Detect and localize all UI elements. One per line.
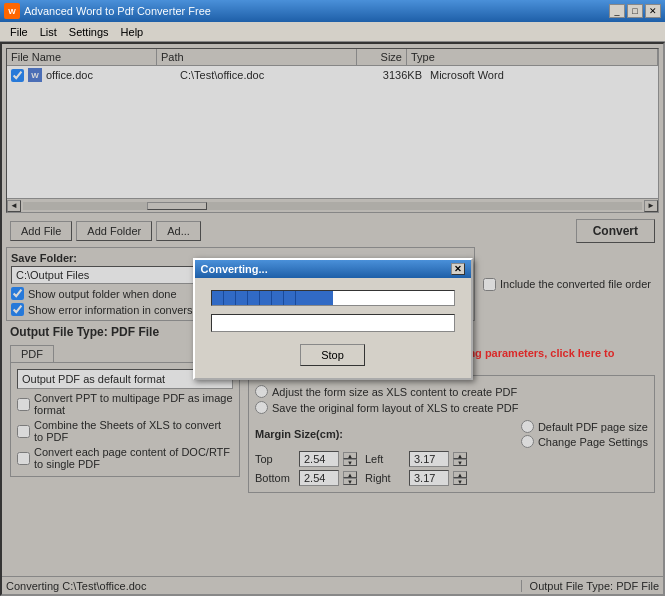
window-title: Advanced Word to Pdf Converter Free [24,5,211,17]
main-window: File Name Path Size Type W office.doc C:… [0,42,665,596]
progress-seg-1 [212,291,224,305]
dialog-close-btn[interactable]: ✕ [451,263,465,275]
menu-list[interactable]: List [34,24,63,40]
progress-seg-4 [248,291,260,305]
progress-text-box [211,314,455,332]
menu-help[interactable]: Help [115,24,150,40]
progress-bar-inner [212,291,333,305]
close-button[interactable]: ✕ [645,4,661,18]
dialog-overlay: Converting... ✕ Sto [2,44,663,594]
progress-seg-5 [260,291,272,305]
progress-seg-3 [236,291,248,305]
converting-dialog: Converting... ✕ Sto [193,258,473,380]
dialog-title: Converting... [201,263,268,275]
menu-bar: File List Settings Help [0,22,665,42]
menu-file[interactable]: File [4,24,34,40]
stop-button[interactable]: Stop [300,344,365,366]
progress-bar [211,290,455,306]
maximize-button[interactable]: □ [627,4,643,18]
app-icon: W [4,3,20,19]
progress-seg-6 [272,291,284,305]
progress-seg-7 [284,291,296,305]
dialog-title-bar: Converting... ✕ [195,260,471,278]
progress-seg-2 [224,291,236,305]
dialog-buttons: Stop [211,344,455,366]
window-controls: _ □ ✕ [609,4,661,18]
dialog-content: Stop [195,278,471,378]
title-bar: W Advanced Word to Pdf Converter Free _ … [0,0,665,22]
minimize-button[interactable]: _ [609,4,625,18]
menu-settings[interactable]: Settings [63,24,115,40]
